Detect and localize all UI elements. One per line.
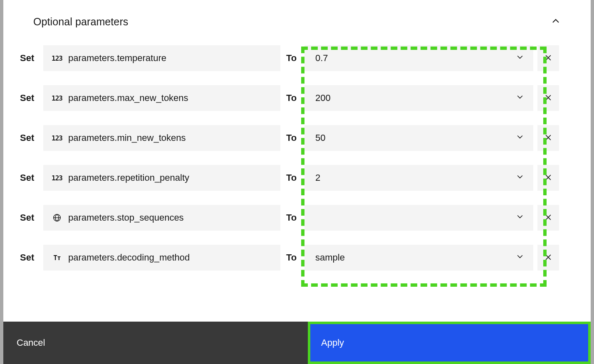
chevron-down-icon [516,252,524,263]
param-value-field[interactable]: 2 [304,165,533,191]
number-type-icon: 123 [51,174,63,182]
param-name: parameters.max_new_tokens [68,93,188,103]
param-name-field[interactable]: 123 parameters.max_new_tokens [43,85,280,111]
optional-parameters-dialog: Optional parameters Set 123 parameters.t… [3,0,591,364]
number-type-icon: 123 [51,94,63,102]
number-type-icon: 123 [51,54,63,62]
param-value-field[interactable]: sample [304,245,533,271]
to-label: To [286,172,299,183]
section-title: Optional parameters [33,16,128,28]
parameter-row: Set 123 parameters.temperature To 0.7 [20,45,589,71]
param-name-field[interactable]: 123 parameters.repetition_penalty [43,165,280,191]
parameter-row: Set 123 parameters.min_new_tokens To 50 [20,125,589,151]
section-header[interactable]: Optional parameters [3,0,591,36]
param-name: parameters.repetition_penalty [68,172,189,183]
param-value-field[interactable]: 50 [304,125,533,151]
param-name: parameters.min_new_tokens [68,133,186,143]
parameter-row: Set 123 parameters.max_new_tokens To 200 [20,85,589,111]
set-label: Set [20,93,37,103]
remove-row-button[interactable] [537,125,559,151]
set-label: Set [20,172,37,183]
to-label: To [286,53,299,64]
remove-row-button[interactable] [537,45,559,71]
apply-button[interactable]: Apply [310,324,588,362]
to-label: To [286,252,299,263]
to-label: To [286,93,299,103]
text-type-icon: Tт [51,254,63,262]
remove-row-button[interactable] [537,205,559,231]
param-name: parameters.temperature [68,53,166,64]
chevron-up-icon[interactable] [551,16,561,28]
globe-type-icon [51,213,63,222]
param-name: parameters.decoding_method [68,252,190,263]
param-name-field[interactable]: parameters.stop_sequences [43,205,280,231]
param-name-field[interactable]: 123 parameters.min_new_tokens [43,125,280,151]
chevron-down-icon [516,53,524,64]
remove-row-button[interactable] [537,165,559,191]
close-icon [544,173,552,183]
chevron-down-icon [516,133,524,143]
close-icon [544,54,552,63]
param-value-field[interactable]: 0.7 [304,45,533,71]
parameter-row: Set 123 parameters.repetition_penalty To… [20,165,589,191]
parameter-rows: Set 123 parameters.temperature To 0.7 Se… [3,36,591,289]
param-name-field[interactable]: Tт parameters.decoding_method [43,245,280,271]
param-value: 0.7 [315,53,328,64]
param-name: parameters.stop_sequences [68,212,184,223]
set-label: Set [20,212,37,223]
close-icon [544,253,552,263]
param-value-field[interactable]: 200 [304,85,533,111]
chevron-down-icon [516,93,524,103]
chevron-down-icon [516,172,524,183]
dialog-footer: Cancel Apply [3,322,591,364]
param-value: 50 [315,133,325,143]
remove-row-button[interactable] [537,245,559,271]
apply-highlight-box: Apply [308,322,591,364]
parameter-row: Set Tт parameters.decoding_method To sam… [20,245,589,271]
parameter-row: Set parameters.stop_sequences To [20,205,589,231]
set-label: Set [20,53,37,64]
close-icon [544,213,552,223]
set-label: Set [20,133,37,143]
close-icon [544,133,552,143]
param-name-field[interactable]: 123 parameters.temperature [43,45,280,71]
param-value: 200 [315,93,331,103]
param-value-field[interactable] [304,205,533,231]
param-value: sample [315,252,345,263]
close-icon [544,93,552,103]
cancel-button[interactable]: Cancel [3,322,308,364]
remove-row-button[interactable] [537,85,559,111]
number-type-icon: 123 [51,134,63,142]
to-label: To [286,133,299,143]
param-value: 2 [315,172,320,183]
to-label: To [286,212,299,223]
chevron-down-icon [516,212,524,223]
set-label: Set [20,252,37,263]
